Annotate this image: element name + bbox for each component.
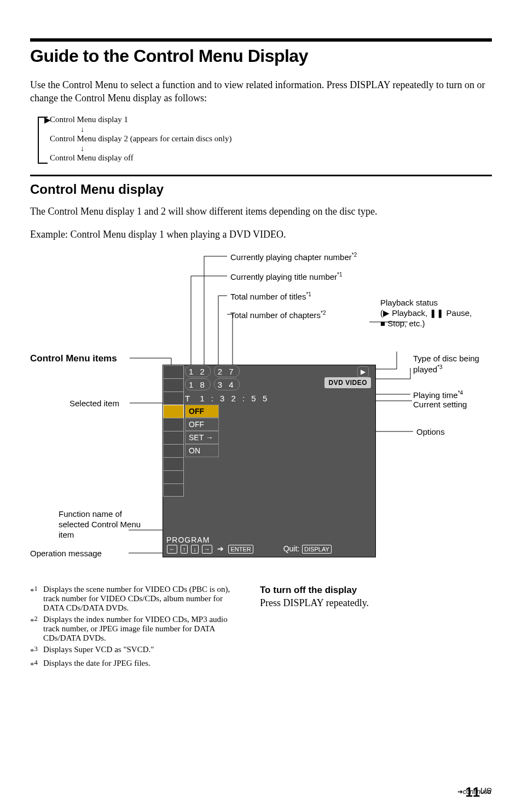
label-selected-item: Selected item [69,399,119,409]
loop-bracket-icon: ▶ [38,117,48,164]
down-arrow-icon: ↓ [80,125,492,134]
footnote-marker: *4 [30,659,43,670]
total-chapter-number: 3 4 [214,378,240,390]
label-text: Total number of titles [230,292,306,301]
footnote-ref: *1 [306,291,311,297]
right-arrow-icon: → [202,545,212,554]
display-cycle-block: ▶ Control Menu display 1 ↓ Control Menu … [50,115,492,163]
menu-icon-cell [163,457,184,470]
menu-option: OFF [185,418,219,431]
menu-icon-cell [163,365,184,378]
menu-row-title: 1 2 2 7 [185,365,373,377]
footnote-3: *3 Displays Super VCD as "SVCD." [30,645,238,656]
footnote-4: *4 Displays the date for JPEG files. [30,659,238,670]
section-heading: Control Menu display [30,182,492,197]
turn-off-body: Press DISPLAY repeatedly. [260,597,369,609]
footnote-text: Displays the date for JPEG files. [43,659,150,670]
time-prefix: T [185,394,192,403]
footnotes: *1 Displays the scene number for VIDEO C… [30,585,238,672]
label-text: (▶ Playback, ❚❚ Pause, ■ Stop, etc.) [380,308,472,328]
label-playing-time: Playing time*4 [413,390,463,401]
footnote-text: Displays Super VCD as "SVCD." [43,645,154,656]
footnote-text: Displays the scene number for VIDEO CDs … [43,585,238,613]
menu-icon-cell [163,470,184,483]
footnote-ref: *2 [352,252,357,258]
menu-icon-cell [163,444,184,457]
menu-option-selected: OFF [185,405,219,418]
footnote-2: *2 Displays the index number for VIDEO C… [30,615,238,643]
footnote-ref: *4 [458,390,463,396]
intro-paragraph: Use the Control Menu to select a functio… [30,78,492,105]
page-number: 11US [465,785,491,800]
label-currently-playing-title: Currently playing title number*1 [230,272,343,283]
current-title-number: 1 2 [185,365,211,377]
label-function-name: Function name of selected Control Menu i… [59,509,152,540]
turn-off-section: To turn off the display Press DISPLAY re… [260,585,369,672]
footnote-ref: *3 [437,364,442,370]
label-control-menu-items: Control Menu items [30,353,117,364]
cycle-step-2: Control Menu display 2 (appears for cert… [50,134,492,143]
control-menu-diagram: Currently playing chapter number*2 Curre… [30,251,490,574]
footnote-text: Displays the index number for VIDEO CDs,… [43,615,238,643]
enter-key-label: ENTER [228,545,253,554]
label-operation-message: Operation message [30,549,102,559]
menu-time-row: T 1 : 3 2 : 5 5 [185,391,373,405]
menu-function-name: PROGRAM [166,535,372,544]
menu-icon-cell [163,483,184,497]
label-currently-playing-chapter: Currently playing chapter number*2 [230,252,357,263]
menu-operation-row: ← ↑ ↓ → ➔ ENTER Quit: DISPLAY [166,544,372,554]
down-arrow-icon: ↓ [80,145,492,153]
menu-icon-cell [163,391,184,405]
menu-bottom-bar: PROGRAM ← ↑ ↓ → ➔ ENTER Quit: DISPLAY [163,533,375,557]
menu-row-chapter: 1 8 3 4 [185,378,373,390]
menu-icon-cell-selected [163,405,184,418]
section-divider-bar [30,38,492,42]
menu-icon-cell [163,378,184,391]
menu-icon-cell [163,418,184,431]
footnote-marker: *2 [30,615,43,643]
total-title-number: 2 7 [214,365,240,377]
menu-option: SET → [185,431,219,444]
down-arrow-icon: ↓ [191,545,199,554]
footnote-ref: *1 [337,272,342,278]
page-title: Guide to the Control Menu Display [30,46,492,66]
label-text: Playback status [380,298,438,307]
footnote-marker: *3 [30,645,43,656]
label-total-chapters: Total number of chapters*2 [230,310,326,321]
menu-icon-cell [163,431,184,444]
label-text: Type of disc being played [413,354,479,374]
control-menu-panel: ▶ DVD VIDEO 1 2 2 7 1 8 3 4 T 1 : 3 2 : … [163,365,376,557]
label-text: Currently playing chapter number [230,252,352,262]
current-chapter-number: 1 8 [185,378,211,390]
section-body-1: The Control Menu display 1 and 2 will sh… [30,205,492,218]
quit-label: Quit: [283,544,300,553]
label-options: Options [416,427,445,437]
footnote-ref: *2 [321,310,326,316]
turn-off-heading: To turn off the display [260,585,369,596]
footnote-marker: *1 [30,585,43,613]
left-arrow-icon: ← [167,545,177,554]
label-playback-status: Playback status (▶ Playback, ❚❚ Pause, ■… [380,298,479,329]
up-arrow-icon: ↑ [181,545,188,554]
label-text: Total number of chapters [230,310,321,320]
footnote-1: *1 Displays the scene number for VIDEO C… [30,585,238,613]
arrow-icon: ➔ [217,544,224,553]
section-rule [30,175,492,176]
section-body-2: Example: Control Menu display 1 when pla… [30,228,492,241]
label-text: Playing time [413,390,458,400]
label-total-titles: Total number of titles*1 [230,291,311,302]
label-current-setting: Current setting [413,400,467,410]
menu-icon-column [163,365,184,497]
cycle-step-1: Control Menu display 1 [50,115,492,124]
time-value: 1 : 3 2 : 5 5 [200,394,269,403]
display-key-label: DISPLAY [302,545,332,554]
label-type-of-disc: Type of disc being played*3 [413,354,490,375]
cycle-step-3: Control Menu display off [50,153,492,163]
label-text: Currently playing title number [230,272,337,281]
menu-option: ON [185,444,219,457]
